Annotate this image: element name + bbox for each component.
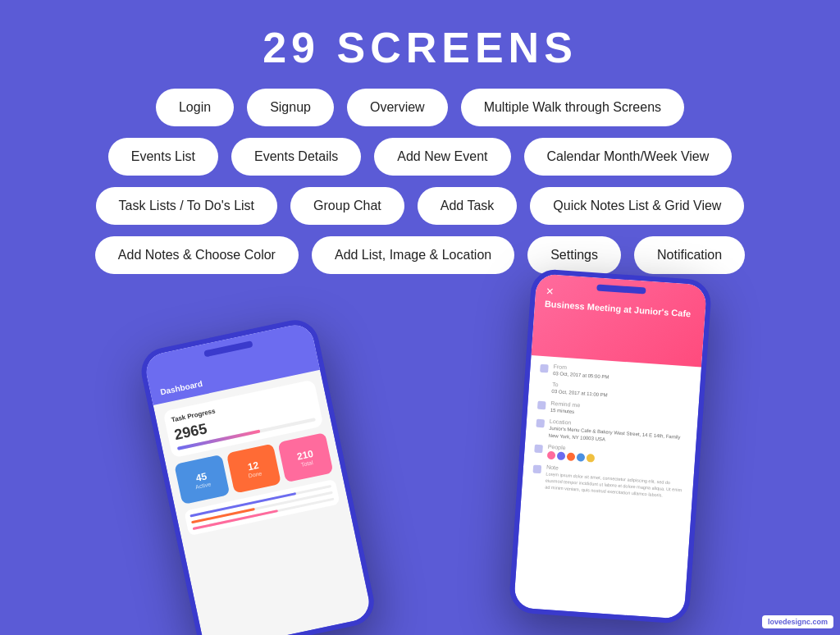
tag-quick-notes[interactable]: Quick Notes List & Grid View xyxy=(530,187,744,225)
phone-right-title: Business Meeting at Junior's Cafe xyxy=(545,299,696,319)
avatar-4 xyxy=(577,453,586,462)
note-icon xyxy=(533,464,542,473)
tag-calendar-view[interactable]: Calendar Month/Week View xyxy=(524,138,733,176)
detail-to-content: To 03 Oct, 2017 at 11:00 PM xyxy=(551,381,608,399)
phone-left-screen: Dashboard Task Progress 2965 45 Ac xyxy=(143,322,372,635)
tags-row-2: Events List Events Details Add New Event… xyxy=(108,138,733,176)
detail-to-spacer xyxy=(539,382,548,391)
tags-row-1: Login Signup Overview Multiple Walk thro… xyxy=(156,89,684,126)
phone-left: Dashboard Task Progress 2965 45 Ac xyxy=(137,316,378,635)
avatar-2 xyxy=(557,451,566,460)
bar-3 xyxy=(193,498,335,531)
phone-right: ✕ Business Meeting at Junior's Cafe From… xyxy=(509,268,713,624)
close-icon: ✕ xyxy=(546,286,555,298)
mini-card-active: 45 Active xyxy=(174,455,230,505)
tag-overview[interactable]: Overview xyxy=(347,89,448,126)
people-avatars xyxy=(547,451,596,463)
mini-card-total-label: Total xyxy=(300,459,313,468)
tag-add-notes[interactable]: Add Notes & Choose Color xyxy=(95,236,299,274)
tag-add-list[interactable]: Add List, Image & Location xyxy=(312,236,514,274)
avatar-5 xyxy=(587,454,596,463)
mini-card-total: 210 Total xyxy=(278,432,334,482)
detail-people-content: People xyxy=(547,444,596,463)
people-icon xyxy=(534,445,543,454)
tag-group-chat[interactable]: Group Chat xyxy=(290,187,404,225)
mini-card-done: 12 Done xyxy=(226,444,281,494)
detail-location-content: Location Junior's Menu Cafe & Bakery Wes… xyxy=(548,418,687,448)
tag-signup[interactable]: Signup xyxy=(247,89,334,126)
tag-task-lists[interactable]: Task Lists / To Do's List xyxy=(96,187,277,225)
tags-section: Login Signup Overview Multiple Walk thro… xyxy=(0,89,840,274)
detail-remind-value: 15 minutes xyxy=(550,407,580,416)
remind-icon xyxy=(537,400,546,409)
phone-right-body-content: From 03 Oct, 2017 at 05:00 PM To 03 Oct,… xyxy=(521,355,701,513)
avatar-1 xyxy=(547,451,556,460)
tags-row-4: Add Notes & Choose Color Add List, Image… xyxy=(95,236,745,274)
watermark: lovedesignc.com xyxy=(762,615,833,628)
detail-from-content: From 03 Oct, 2017 at 05:00 PM xyxy=(553,363,609,381)
phone-left-header-label: Dashboard xyxy=(159,379,203,397)
phones-section: Dashboard Task Progress 2965 45 Ac xyxy=(0,290,840,635)
avatar-3 xyxy=(567,452,576,461)
phone-right-screen: ✕ Business Meeting at Junior's Cafe From… xyxy=(514,273,707,619)
tags-row-3: Task Lists / To Do's List Group Chat Add… xyxy=(96,187,745,225)
tag-add-new-event[interactable]: Add New Event xyxy=(374,138,510,176)
calendar-icon xyxy=(540,364,549,373)
phone-left-body: Dashboard Task Progress 2965 45 Ac xyxy=(137,316,378,635)
phone-right-body: ✕ Business Meeting at Junior's Cafe From… xyxy=(509,268,713,624)
tag-events-details[interactable]: Events Details xyxy=(231,138,361,176)
location-icon xyxy=(536,419,545,428)
detail-row-note: Note Lorem ipsum dolor sit amet, consect… xyxy=(532,463,684,500)
detail-remind-content: Remind me 15 minutes xyxy=(550,400,581,416)
page-title: 29 SCREENS xyxy=(0,0,840,89)
tag-events-list[interactable]: Events List xyxy=(108,138,218,176)
detail-note-content: Note Lorem ipsum dolor sit amet, consect… xyxy=(545,464,684,500)
tag-login[interactable]: Login xyxy=(156,89,234,126)
tag-multiple-walkthrough[interactable]: Multiple Walk through Screens xyxy=(461,89,684,126)
tag-add-task[interactable]: Add Task xyxy=(418,187,518,225)
tag-notification[interactable]: Notification xyxy=(634,236,745,274)
